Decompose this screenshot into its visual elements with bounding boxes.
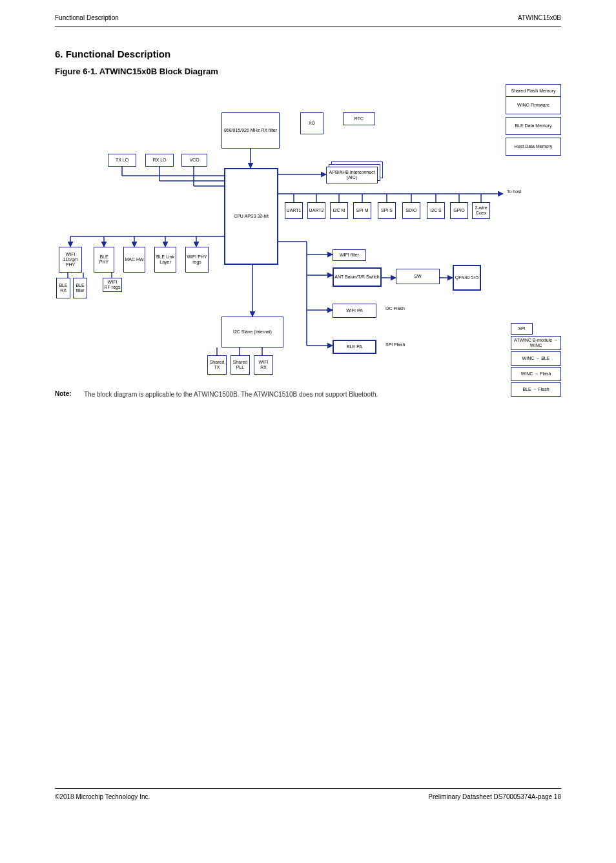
block-wifi-rf-regs: WIFI RF regs xyxy=(103,278,122,292)
footer-right: Preliminary Datasheet DS70005374A-page 1… xyxy=(428,793,561,800)
block-wifi-phy: WIFI 11b/g/n PHY xyxy=(59,247,82,273)
legend-title: Shared Flash Memory xyxy=(506,84,561,97)
footer-left: ©2018 Microchip Technology Inc. xyxy=(55,793,150,800)
block-rtc: RTC xyxy=(343,112,375,125)
legend-item-0: WINC Firmware xyxy=(506,96,561,114)
block-uart2: UART2 xyxy=(307,202,325,219)
footer-rule xyxy=(55,788,561,789)
block-xo: XO xyxy=(300,112,323,134)
header-rule xyxy=(55,26,561,26)
page: Functional Description ATWINC15x0B 6. Fu… xyxy=(0,0,616,863)
block-ble-link: BLE Link Layer xyxy=(154,247,176,273)
spi-legend-1: WINC → BLE xyxy=(511,351,561,366)
page-title: 6. Functional Description xyxy=(55,48,170,59)
block-gpio: GPIO xyxy=(450,202,468,219)
label-i2c-flash: I2C Flash xyxy=(385,306,405,311)
label-spi-flash: SPI Flash xyxy=(385,342,405,347)
block-rx-lo: RX LO xyxy=(145,154,174,167)
block-ble-filter: BLE filter xyxy=(73,278,87,298)
header-left: Functional Description xyxy=(55,14,119,21)
figure-title: Figure 6-1. ATWINC15x0B Block Diagram xyxy=(55,67,218,76)
note-label: Note: xyxy=(55,390,73,397)
block-diagram: 868/915/926 MHz RX filter XO RTC TX LO R… xyxy=(55,84,561,384)
header-right: ATWINC15x0B xyxy=(518,14,561,21)
block-ble-pa: BLE PA xyxy=(333,340,376,354)
shared-flash-legend: Shared Flash Memory WINC Firmware BLE Da… xyxy=(506,84,561,156)
block-spi-s: SPI S xyxy=(378,202,396,219)
spi-legend: SPI ATWINC B-module → WINC WINC → BLE WI… xyxy=(511,323,561,397)
block-rx-filter: 868/915/926 MHz RX filter xyxy=(221,112,280,149)
block-ble-rx: BLE RX xyxy=(56,278,70,298)
spi-legend-2: WINC → Flash xyxy=(511,367,561,381)
block-shared-pll: Shared PLL xyxy=(231,355,250,375)
block-ant: ANT Balun/T/R Switch xyxy=(333,267,382,287)
block-qfn: QFN40 5×5 xyxy=(453,265,481,291)
spi-legend-0: ATWINC B-module → WINC xyxy=(511,336,561,350)
block-apb-1: APB/AHB Interconnect (AIC) xyxy=(326,167,378,183)
spi-legend-header: SPI xyxy=(511,323,533,335)
block-uart1: UART1 xyxy=(285,202,303,219)
note-text: The block diagram is applicable to the A… xyxy=(84,390,561,399)
block-cpu: CPU APS3 32-bit xyxy=(224,168,278,265)
block-sw: SW xyxy=(396,269,440,284)
legend-item-2: Host Data Memory xyxy=(506,138,561,156)
block-sdio: SDIO xyxy=(402,202,420,219)
block-i2c-m: I2C M xyxy=(330,202,348,219)
block-wifi-pa: WIFI PA xyxy=(333,304,376,318)
block-spi-m: SPI M xyxy=(353,202,371,219)
block-wifi-rx: WIFI RX xyxy=(254,355,273,375)
block-mac-hw: MAC HW xyxy=(123,247,145,273)
label-to-host: To host xyxy=(507,189,522,194)
block-wifi-phy-regs: WIFI PHY regs xyxy=(185,247,209,273)
block-ble-phy: BLE PHY xyxy=(94,247,114,273)
block-wifi-filter: WIFI filter xyxy=(333,249,366,261)
block-shared-tx: Shared TX xyxy=(207,355,227,375)
block-i2c-slave-internal: I2C Slave (internal) xyxy=(221,317,283,348)
block-i2c-s: I2C S xyxy=(427,202,445,219)
block-tx-lo: TX LO xyxy=(108,154,136,167)
block-coex: 2-wire Coex xyxy=(472,202,490,219)
legend-item-1: BLE Data Memory xyxy=(506,117,561,135)
block-vco: VCO xyxy=(181,154,207,167)
